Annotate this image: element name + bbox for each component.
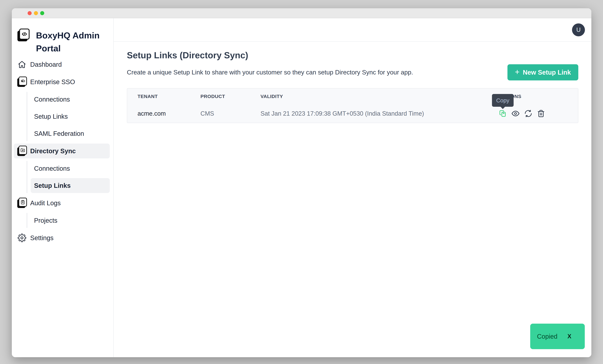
- sidebar-item-settings[interactable]: Settings: [14, 230, 110, 245]
- boxyhq-logo-icon: [17, 29, 30, 42]
- page-content: Setup Links (Directory Sync) Create a un…: [114, 42, 591, 123]
- column-header-validity: VALIDITY: [250, 89, 488, 104]
- home-icon: [17, 60, 27, 69]
- row-actions: Copy: [499, 110, 578, 117]
- view-link-button[interactable]: [512, 110, 519, 117]
- app-window: BoxyHQ Admin Portal Dashboard: [12, 8, 591, 357]
- column-header-tenant: TENANT: [127, 89, 190, 104]
- directory-sync-submenu: Connections Setup Links: [27, 161, 110, 193]
- table-row: acme.com CMS Sat Jan 21 2023 17:09:38 GM…: [127, 104, 578, 123]
- plus-icon: +: [515, 68, 520, 76]
- sidebar: BoxyHQ Admin Portal Dashboard: [12, 18, 114, 357]
- sidebar-item-audit-logs[interactable]: Audit Logs: [14, 196, 110, 211]
- user-avatar[interactable]: U: [572, 23, 585, 36]
- close-window-button[interactable]: [28, 11, 32, 15]
- app-title: BoxyHQ Admin Portal: [36, 29, 108, 55]
- copy-link-button[interactable]: Copy: [499, 110, 507, 117]
- sidebar-item-directory-sync[interactable]: Directory Sync: [14, 143, 110, 158]
- app-logo[interactable]: BoxyHQ Admin Portal: [12, 29, 113, 55]
- top-header: U: [114, 18, 591, 42]
- copy-tooltip: Copy: [492, 94, 514, 107]
- desktop-background: BoxyHQ Admin Portal Dashboard: [0, 0, 603, 364]
- tenant-cell: acme.com: [127, 104, 190, 123]
- eye-icon: [512, 110, 519, 117]
- sso-submenu: Connections Setup Links SAML Federation: [27, 92, 110, 141]
- sidebar-item-sso-connections[interactable]: Connections: [31, 92, 110, 107]
- refresh-icon: [524, 110, 532, 117]
- audit-clipboard-icon: [17, 198, 27, 208]
- sidebar-item-dsync-connections[interactable]: Connections: [31, 161, 110, 176]
- sidebar-item-enterprise-sso[interactable]: Enterprise SSO: [14, 74, 110, 89]
- delete-link-button[interactable]: [537, 110, 545, 117]
- new-setup-link-label: New Setup Link: [523, 69, 571, 76]
- copy-icon: [499, 110, 507, 117]
- directory-folder-icon: [17, 146, 27, 156]
- sidebar-item-label: Audit Logs: [30, 200, 61, 207]
- setup-links-table: TENANT PRODUCT VALIDITY ACTIONS acme.com…: [127, 88, 578, 123]
- sidebar-nav: Dashboard: [12, 57, 113, 245]
- sidebar-item-label: Directory Sync: [30, 147, 76, 155]
- column-header-product: PRODUCT: [190, 89, 250, 104]
- validity-cell: Sat Jan 21 2023 17:09:38 GMT+0530 (India…: [250, 104, 488, 123]
- actions-cell: Copy: [488, 104, 578, 123]
- audit-logs-submenu: Projects: [27, 213, 110, 228]
- maximize-window-button[interactable]: [40, 11, 44, 15]
- minimize-window-button[interactable]: [34, 11, 38, 15]
- product-cell: CMS: [190, 104, 250, 123]
- window-titlebar: [12, 8, 591, 18]
- sidebar-item-dashboard[interactable]: Dashboard: [14, 57, 110, 72]
- gear-icon: [17, 234, 27, 242]
- sidebar-item-sso-setup-links[interactable]: Setup Links: [31, 109, 110, 124]
- sidebar-item-projects[interactable]: Projects: [31, 213, 110, 228]
- regenerate-link-button[interactable]: [524, 110, 532, 117]
- sidebar-item-label: Enterprise SSO: [30, 78, 75, 86]
- page-title: Setup Links (Directory Sync): [127, 50, 578, 60]
- sidebar-item-saml-federation[interactable]: SAML Federation: [31, 126, 110, 141]
- page-description: Create a unique Setup Link to share with…: [127, 69, 413, 76]
- new-setup-link-button[interactable]: + New Setup Link: [508, 64, 578, 81]
- sidebar-item-label: Settings: [30, 234, 54, 242]
- copied-toast: Copied X: [530, 324, 585, 349]
- toast-message: Copied: [537, 333, 557, 340]
- sidebar-item-label: Dashboard: [30, 61, 62, 68]
- toast-close-button[interactable]: X: [568, 333, 571, 339]
- sidebar-item-dsync-setup-links[interactable]: Setup Links: [31, 178, 110, 193]
- trash-icon: [537, 110, 545, 117]
- sso-cloud-key-icon: [17, 77, 27, 87]
- main-panel: U Setup Links (Directory Sync) Create a …: [114, 18, 591, 357]
